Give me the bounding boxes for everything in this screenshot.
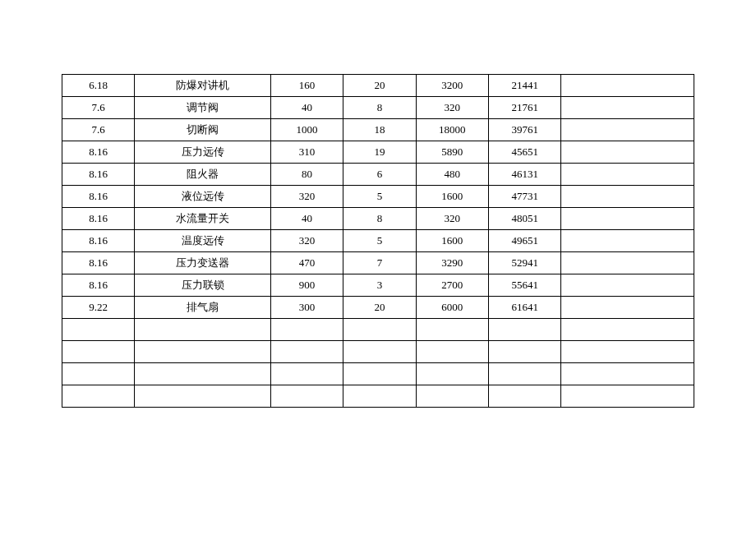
table-cell: 21441 bbox=[489, 75, 561, 97]
table-cell: 水流量开关 bbox=[135, 208, 270, 230]
table-cell: 18000 bbox=[416, 119, 488, 141]
table-cell bbox=[416, 385, 488, 408]
table-cell bbox=[561, 208, 694, 230]
table-cell: 2700 bbox=[416, 274, 488, 297]
table-cell: 阻火器 bbox=[135, 164, 270, 186]
table-cell bbox=[343, 385, 416, 408]
table-cell: 排气扇 bbox=[135, 297, 270, 319]
table-cell: 47731 bbox=[489, 186, 561, 208]
table-cell bbox=[561, 119, 694, 141]
table-cell: 39761 bbox=[489, 119, 561, 141]
table-cell: 45651 bbox=[489, 141, 561, 164]
table-cell bbox=[135, 319, 270, 341]
table-cell bbox=[135, 385, 270, 408]
table-cell: 9.22 bbox=[62, 297, 135, 319]
table-cell: 7 bbox=[343, 252, 416, 274]
table-cell bbox=[561, 297, 694, 319]
table-cell: 8.16 bbox=[62, 252, 135, 274]
table-cell bbox=[489, 363, 561, 385]
table-cell bbox=[561, 385, 694, 408]
table-row: 9.22排气扇30020600061641 bbox=[62, 297, 694, 319]
table-cell: 5 bbox=[343, 186, 416, 208]
table-cell bbox=[343, 363, 416, 385]
table-cell bbox=[561, 230, 694, 252]
table-cell: 5890 bbox=[416, 141, 488, 164]
table-cell bbox=[62, 385, 135, 408]
table-cell: 压力变送器 bbox=[135, 252, 270, 274]
table-cell: 49651 bbox=[489, 230, 561, 252]
table-cell bbox=[270, 363, 343, 385]
table-cell: 压力联锁 bbox=[135, 274, 270, 297]
table-cell: 61641 bbox=[489, 297, 561, 319]
table-cell bbox=[270, 385, 343, 408]
table-row bbox=[62, 385, 694, 408]
table-cell: 6000 bbox=[416, 297, 488, 319]
table-cell: 切断阀 bbox=[135, 119, 270, 141]
table-cell bbox=[561, 274, 694, 297]
table-cell: 调节阀 bbox=[135, 97, 270, 119]
table-cell: 55641 bbox=[489, 274, 561, 297]
table-cell: 8.16 bbox=[62, 141, 135, 164]
table-cell: 52941 bbox=[489, 252, 561, 274]
table-cell bbox=[561, 141, 694, 164]
table-cell: 300 bbox=[270, 297, 343, 319]
table-cell: 1600 bbox=[416, 186, 488, 208]
table-cell: 防爆对讲机 bbox=[135, 75, 270, 97]
table-row bbox=[62, 319, 694, 341]
table-cell bbox=[561, 164, 694, 186]
table-cell: 3200 bbox=[416, 75, 488, 97]
table-cell: 18 bbox=[343, 119, 416, 141]
table-cell: 7.6 bbox=[62, 119, 135, 141]
data-table: 6.18防爆对讲机160203200214417.6调节阀40832021761… bbox=[62, 74, 694, 408]
table-cell bbox=[561, 319, 694, 341]
table-row: 8.16压力远传31019589045651 bbox=[62, 141, 694, 164]
table-cell: 320 bbox=[416, 97, 488, 119]
table-cell: 20 bbox=[343, 297, 416, 319]
table-cell: 20 bbox=[343, 75, 416, 97]
table-cell: 1000 bbox=[270, 119, 343, 141]
table-cell bbox=[489, 319, 561, 341]
table-cell bbox=[561, 75, 694, 97]
table-row: 8.16液位远传3205160047731 bbox=[62, 186, 694, 208]
table-cell: 1600 bbox=[416, 230, 488, 252]
table-cell bbox=[489, 341, 561, 363]
table-row: 7.6切断阀1000181800039761 bbox=[62, 119, 694, 141]
table-row: 8.16压力联锁9003270055641 bbox=[62, 274, 694, 297]
table-cell: 320 bbox=[270, 186, 343, 208]
table-cell: 8 bbox=[343, 97, 416, 119]
table-cell: 3 bbox=[343, 274, 416, 297]
table-row bbox=[62, 341, 694, 363]
table-cell: 40 bbox=[270, 208, 343, 230]
table-cell bbox=[135, 363, 270, 385]
table-cell: 320 bbox=[416, 208, 488, 230]
table-row: 8.16温度远传3205160049651 bbox=[62, 230, 694, 252]
table-row: 8.16阻火器80648046131 bbox=[62, 164, 694, 186]
table-cell bbox=[416, 363, 488, 385]
table-cell: 48051 bbox=[489, 208, 561, 230]
table-cell: 160 bbox=[270, 75, 343, 97]
table-row: 8.16水流量开关40832048051 bbox=[62, 208, 694, 230]
table-cell: 8.16 bbox=[62, 164, 135, 186]
table-cell: 8.16 bbox=[62, 186, 135, 208]
table-cell: 温度远传 bbox=[135, 230, 270, 252]
table-cell: 900 bbox=[270, 274, 343, 297]
table-cell bbox=[270, 319, 343, 341]
table-cell bbox=[343, 341, 416, 363]
table-cell bbox=[489, 385, 561, 408]
table-cell bbox=[561, 341, 694, 363]
table-cell: 8.16 bbox=[62, 230, 135, 252]
table-cell bbox=[135, 341, 270, 363]
table-cell: 8 bbox=[343, 208, 416, 230]
table-cell: 3290 bbox=[416, 252, 488, 274]
table-cell: 7.6 bbox=[62, 97, 135, 119]
table-cell bbox=[343, 319, 416, 341]
table-cell: 46131 bbox=[489, 164, 561, 186]
table-row bbox=[62, 363, 694, 385]
table-cell bbox=[561, 186, 694, 208]
table-cell: 19 bbox=[343, 141, 416, 164]
table-cell bbox=[416, 341, 488, 363]
table-cell: 470 bbox=[270, 252, 343, 274]
table-row: 8.16压力变送器4707329052941 bbox=[62, 252, 694, 274]
table-row: 6.18防爆对讲机16020320021441 bbox=[62, 75, 694, 97]
table-cell: 480 bbox=[416, 164, 488, 186]
